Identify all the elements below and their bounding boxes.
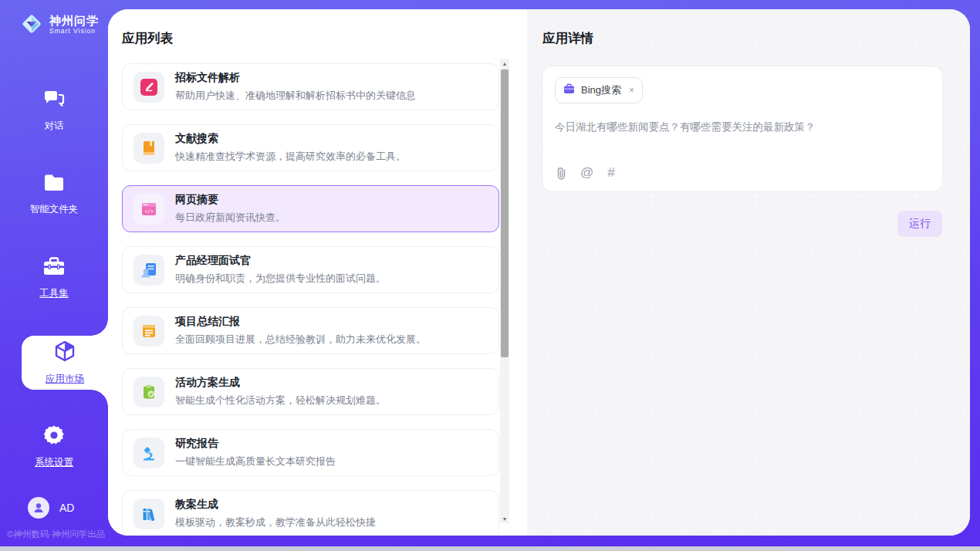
- browser-code-icon: </>: [133, 194, 164, 225]
- app-desc: 每日政府新闻资讯快查。: [175, 211, 286, 225]
- query-card[interactable]: Bing搜索 × 今日湖北有哪些新闻要点？有哪些需要关注的最新政策？ @ #: [542, 66, 943, 192]
- app-card-list: 招标文件解析 帮助用户快速、准确地理解和解析招标书中的关键信息 文献搜索 快速精…: [122, 63, 499, 536]
- app-name: 项目总结汇报: [175, 315, 426, 329]
- scroll-up-arrow-icon[interactable]: ▲: [500, 59, 509, 68]
- app-detail-panel: 应用详情 Bing搜索 × 今日湖北有哪些新闻要点？有哪些需要关注的最新政策？: [527, 9, 970, 536]
- hash-icon[interactable]: #: [607, 165, 615, 181]
- books-icon: [133, 499, 164, 529]
- sidebar-item-smart-folder[interactable]: 智能文件夹: [0, 152, 108, 236]
- app-card-literature-search[interactable]: 文献搜索 快速精准查找学术资源，提高研究效率的必备工具。: [122, 124, 499, 171]
- app-list-title: 应用列表: [108, 9, 527, 47]
- book-icon: [133, 133, 164, 164]
- app-card-lesson-plan[interactable]: 教案生成 模板驱动，教案秒成，教学准备从此轻松快捷: [122, 490, 499, 536]
- folder-icon: [42, 173, 66, 196]
- query-text[interactable]: 今日湖北有哪些新闻要点？有哪些需要关注的最新政策？: [555, 120, 930, 134]
- sidebar-item-label: 系统设置: [35, 456, 73, 469]
- tool-tag-bing-search[interactable]: Bing搜索 ×: [555, 77, 643, 103]
- pencil-doc-icon: [133, 72, 164, 103]
- run-button[interactable]: 运行: [897, 211, 942, 237]
- avatar: [28, 497, 49, 519]
- paperclip-icon[interactable]: [556, 167, 566, 180]
- app-card-event-plan[interactable]: 活动方案生成 智能生成个性化活动方案，轻松解决规划难题。: [122, 368, 499, 415]
- microscope-icon: [133, 438, 164, 468]
- app-name: 产品经理面试官: [175, 254, 386, 268]
- user-account[interactable]: AD: [28, 497, 74, 519]
- user-name: AD: [59, 502, 74, 514]
- app-desc: 明确身份和职责，为您提供专业性的面试问题。: [175, 272, 386, 286]
- clipboard-check-icon: [133, 377, 164, 407]
- app-card-project-summary[interactable]: 项目总结汇报 全面回顾项目进展，总结经验教训，助力未来优化发展。: [122, 307, 499, 354]
- tool-tag-label: Bing搜索: [581, 83, 621, 97]
- sidebar-item-toolset[interactable]: 工具集: [0, 236, 108, 320]
- toolbox-icon: [42, 256, 66, 280]
- app-list-panel: 应用列表 招标文件解析 帮助用户快速、准确地理解和解析招标书中的关键信息: [108, 9, 527, 536]
- app-list-scrollbar[interactable]: ▲ ▼: [500, 59, 509, 523]
- app-name: 网页摘要: [175, 193, 286, 207]
- svg-text:</>: </>: [144, 208, 154, 215]
- app-card-research-report[interactable]: 研究报告 一键智能生成高质量长文本研究报告: [122, 429, 499, 476]
- scroll-down-arrow-icon[interactable]: ▼: [500, 514, 509, 523]
- app-name: 文献搜索: [175, 132, 406, 146]
- sidebar-item-app-market[interactable]: 应用市场: [22, 336, 108, 390]
- sidebar: 神州问学 Smart Vision 对话 智能文件夹: [0, 0, 108, 546]
- sidebar-nav: 对话 智能文件夹 工具集: [0, 68, 108, 488]
- app-name: 活动方案生成: [175, 376, 386, 390]
- app-name: 招标文件解析: [175, 71, 416, 85]
- app-card-bid-parse[interactable]: 招标文件解析 帮助用户快速、准确地理解和解析招标书中的关键信息: [122, 63, 499, 110]
- logo-subtitle: Smart Vision: [49, 27, 99, 35]
- briefcase-icon: [563, 83, 575, 97]
- app-name: 教案生成: [175, 498, 376, 512]
- at-icon[interactable]: @: [580, 165, 593, 181]
- run-row: 运行: [527, 211, 942, 237]
- sidebar-item-label: 智能文件夹: [30, 203, 79, 216]
- chat-icon: [42, 88, 66, 113]
- app-card-pm-interviewer[interactable]: 产品经理面试官 明确身份和职责，为您提供专业性的面试问题。: [122, 246, 499, 293]
- logo-title: 神州问学: [49, 14, 99, 27]
- app-detail-title: 应用详情: [527, 9, 970, 47]
- scrollbar-thumb[interactable]: [501, 69, 509, 357]
- sidebar-item-label: 工具集: [39, 287, 69, 300]
- close-icon[interactable]: ×: [627, 85, 634, 96]
- bottom-strip: [0, 546, 980, 551]
- app-desc: 一键智能生成高质量长文本研究报告: [175, 455, 336, 468]
- sidebar-item-chat[interactable]: 对话: [0, 68, 108, 152]
- cube-icon: [53, 340, 76, 366]
- content-sheet: 应用列表 招标文件解析 帮助用户快速、准确地理解和解析招标书中的关键信息: [108, 9, 970, 536]
- app-desc: 模板驱动，教案秒成，教学准备从此轻松快捷: [175, 516, 376, 529]
- app-desc: 全面回顾项目进展，总结经验教训，助力未来优化发展。: [175, 333, 426, 346]
- app-desc: 快速精准查找学术资源，提高研究效率的必备工具。: [175, 150, 406, 164]
- interviewer-icon: [133, 255, 164, 286]
- sidebar-item-label: 对话: [45, 120, 64, 133]
- app-desc: 帮助用户快速、准确地理解和解析招标书中的关键信息: [175, 89, 416, 103]
- logo-diamond-icon: [20, 12, 43, 35]
- input-toolbar: @ #: [556, 165, 616, 181]
- app-name: 研究报告: [175, 437, 336, 451]
- app-logo: 神州问学 Smart Vision: [0, 0, 108, 35]
- app-card-web-summary[interactable]: </> 网页摘要 每日政府新闻资讯快查。: [122, 185, 499, 232]
- sidebar-item-label: 应用市场: [46, 373, 84, 386]
- sidebar-item-settings[interactable]: 系统设置: [0, 404, 108, 488]
- logo-text: 神州问学 Smart Vision: [49, 14, 99, 35]
- app-desc: 智能生成个性化活动方案，轻松解决规划难题。: [175, 394, 386, 407]
- copyright-text: ©神州数码·神州问学出品: [7, 529, 105, 540]
- gear-icon: [43, 424, 65, 449]
- report-note-icon: [133, 316, 164, 346]
